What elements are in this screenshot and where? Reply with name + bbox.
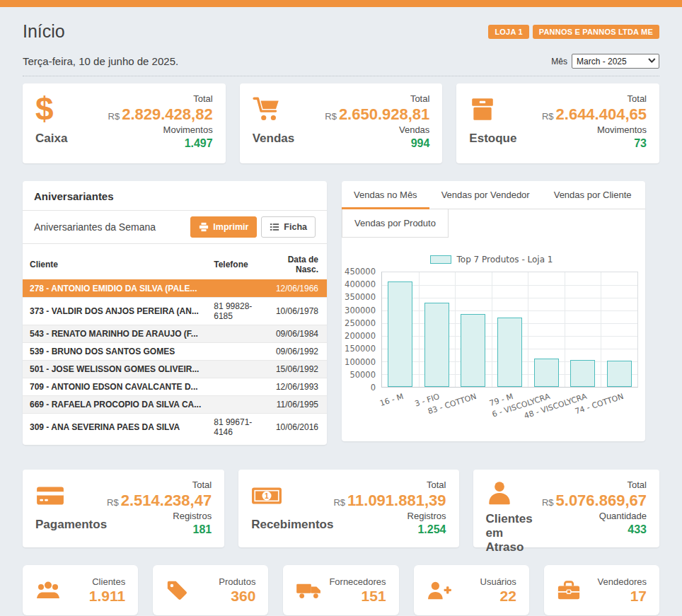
pagamentos-card: Pagamentos Total R$2.514.238,47 Registro… [23,470,224,547]
y-tick-label: 50000 [349,370,376,380]
stat-card-title: Caixa [35,132,67,146]
h-gridline [382,285,637,286]
vendedores-mini-card: Vendedores 17 [544,565,659,615]
table-row[interactable]: 709 - ANTONIO EDSON CAVALCANTE D... 12/0… [23,378,327,396]
column-header-cliente: Cliente [23,251,207,280]
v-gridline [455,272,456,387]
print-button[interactable]: Imprimir [190,216,257,238]
stat-card-title: Clientes em Atraso [486,512,542,554]
user-plus-icon [427,580,452,601]
v-gridline [419,272,420,387]
birthdays-subtitle: Aniversariantes da Semana [34,221,156,233]
mini-card-label: Usuários [480,576,516,587]
table-row[interactable]: 373 - VALDIR DOS ANJOS PEREIRA (AN... 81… [23,298,327,325]
birthdays-title: Aniversariantes [23,181,327,211]
mini-row: Clientes 1.911 Produtos 360 Fornecedores… [23,565,659,615]
mini-card-label: Fornecedores [329,576,386,587]
x-tick-label: 16 - M [378,392,405,408]
ficha-button[interactable]: Ficha [261,216,316,238]
chart-legend: Top 7 Produtos - Loja 1 [345,255,638,265]
top-accent-bar [0,0,682,7]
table-row[interactable]: 539 - BRUNO DOS SANTOS GOMES 09/06/1992 [23,343,327,361]
svg-text:1: 1 [265,492,269,500]
sales-tabs: Vendas no Mês Vendas por Vendedor Vendas… [342,181,645,238]
count-label: Movimentos [108,124,213,135]
count-value: 73 [542,137,647,150]
chart-bar [534,359,559,387]
y-tick-label: 150000 [345,344,376,354]
recebimentos-card: 1 Recebimentos Total R$11.091.881,39 Reg… [238,470,458,547]
header-badges: LOJA 1 PANNOS E PANNOS LTDA ME [488,25,659,39]
month-select-wrap: March - 2025 [572,54,659,69]
clientes-mini-card: Clientes 1.911 [23,565,138,615]
chart-bar [424,303,449,387]
stat-row-top: $ Caixa Total R$2.829.428,82 Movimentos … [23,83,659,163]
tab-vendas-por-cliente[interactable]: Vendas por Cliente [542,181,644,209]
tab-vendas-no-mes[interactable]: Vendas no Mês [342,181,429,209]
birthdays-table: Cliente Telefone Data de Nasc. 278 - ANT… [23,251,327,441]
total-label: Total [325,93,429,104]
legend-label: Top 7 Produtos - Loja 1 [457,255,553,265]
person-icon [486,480,542,506]
v-gridline [565,272,565,387]
count-value: 1.254 [333,523,446,536]
y-tick-label: 200000 [345,331,376,341]
count-label: Vendas [325,124,429,135]
count-label: Movimentos [542,124,647,135]
mini-card-label: Produtos [219,576,255,587]
legend-swatch [430,255,451,264]
h-gridline [382,298,637,298]
column-header-telefone: Telefone [207,251,267,280]
table-row[interactable]: 669 - RAFAELA PROCOPIO DA SILVA CA... 11… [23,396,327,414]
caixa-card: $ Caixa Total R$2.829.428,82 Movimentos … [23,83,226,163]
chart-x-labels: 16 - M3 - FIO83 - COTTON79 - M6 - VISCOL… [381,388,638,422]
chart-plot [381,272,638,388]
clientes-atraso-card: Clientes em Atraso Total R$5.076.869,67 … [473,470,660,547]
total-amount: R$2.514.238,47 [107,492,212,509]
month-select[interactable]: March - 2025 [572,54,659,69]
list-icon [270,222,279,232]
table-row[interactable]: 278 - ANTONIO EMIDIO DA SILVA (PALE... 1… [23,280,327,298]
produtos-mini-card: Produtos 360 [153,565,268,615]
tag-icon [166,579,188,602]
fornecedores-mini-card: Fornecedores 151 [283,565,398,615]
v-gridline [492,272,492,387]
store-badge[interactable]: LOJA 1 [488,25,528,39]
estoque-card: Estoque Total R$2.644.404,65 Movimentos … [456,83,659,163]
total-amount: R$2.644.404,65 [542,106,647,122]
table-row[interactable]: 309 - ANA SEVERINA PAES DA SILVA 81 9967… [23,414,327,441]
chart-bar [607,361,632,387]
table-row[interactable]: 543 - RENATO MARINHO DE ARAUJO (F... 09/… [23,325,327,343]
vendas-card: Vendas Total R$2.650.928,81 Vendas 994 [240,83,443,163]
y-tick-label: 350000 [345,292,376,302]
total-amount: R$5.076.869,67 [542,492,647,509]
total-amount: R$2.829.428,82 [108,106,213,122]
header: Início LOJA 1 PANNOS E PANNOS LTDA ME [23,21,659,42]
dashboard-page: Início LOJA 1 PANNOS E PANNOS LTDA ME Te… [0,21,682,615]
chart-bar [497,318,522,387]
chart-bar [461,314,485,387]
tab-vendas-por-vendedor[interactable]: Vendas por Vendedor [429,181,542,209]
y-tick-label: 400000 [345,279,376,289]
total-amount: R$11.091.881,39 [333,492,446,509]
mini-card-value: 360 [219,588,255,605]
truck-icon [296,580,323,601]
briefcase-icon [557,580,581,601]
dollar-icon: $ [35,93,67,126]
tab-vendas-por-produto[interactable]: Vendas por Produto [342,209,449,238]
table-row[interactable]: 501 - JOSE WELISSON GOMES OLIVEIR... 15/… [23,361,327,378]
mini-card-value: 151 [329,588,386,605]
cart-icon [253,93,295,126]
count-value: 1.497 [108,137,213,150]
company-badge[interactable]: PANNOS E PANNOS LTDA ME [533,25,659,39]
count-label: Registros [333,511,446,521]
credit-card-icon [35,480,107,512]
total-label: Total [108,93,213,104]
main-row: Aniversariantes Aniversariantes da Seman… [23,181,659,445]
count-value: 181 [107,523,212,536]
stat-row-bottom: Pagamentos Total R$2.514.238,47 Registro… [23,470,659,547]
v-gridline [528,272,528,387]
total-label: Total [542,480,647,490]
month-picker: Mês March - 2025 [551,54,659,69]
page-title: Início [23,21,65,42]
